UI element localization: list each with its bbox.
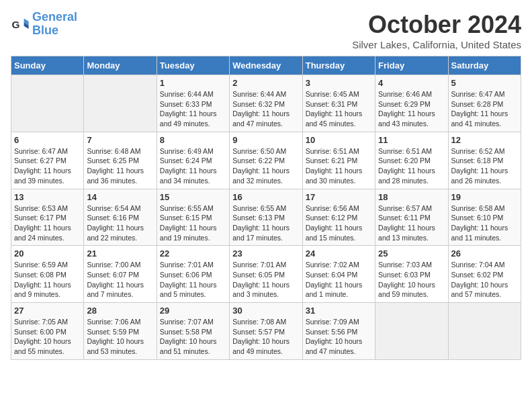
day-info: Sunrise: 7:04 AM Sunset: 6:02 PM Dayligh… bbox=[451, 260, 518, 300]
day-info: Sunrise: 6:56 AM Sunset: 6:12 PM Dayligh… bbox=[306, 203, 372, 243]
day-number: 17 bbox=[306, 192, 372, 202]
day-info: Sunrise: 6:57 AM Sunset: 6:11 PM Dayligh… bbox=[378, 203, 445, 243]
day-number: 28 bbox=[87, 306, 153, 316]
calendar-cell: 9Sunrise: 6:50 AM Sunset: 6:22 PM Daylig… bbox=[230, 132, 302, 189]
calendar-cell: 10Sunrise: 6:51 AM Sunset: 6:21 PM Dayli… bbox=[302, 132, 375, 189]
day-number: 22 bbox=[160, 248, 226, 259]
calendar-cell: 24Sunrise: 7:02 AM Sunset: 6:04 PM Dayli… bbox=[302, 246, 375, 303]
calendar-cell: 22Sunrise: 7:01 AM Sunset: 6:06 PM Dayli… bbox=[157, 246, 229, 303]
day-info: Sunrise: 6:55 AM Sunset: 6:15 PM Dayligh… bbox=[160, 203, 226, 243]
day-number: 24 bbox=[306, 248, 372, 259]
calendar-cell: 4Sunrise: 6:46 AM Sunset: 6:29 PM Daylig… bbox=[375, 75, 448, 132]
calendar-cell: 6Sunrise: 6:47 AM Sunset: 6:27 PM Daylig… bbox=[11, 132, 84, 189]
calendar-cell: 14Sunrise: 6:54 AM Sunset: 6:16 PM Dayli… bbox=[84, 189, 157, 246]
calendar-table: SundayMondayTuesdayWednesdayThursdayFrid… bbox=[11, 56, 521, 360]
calendar-cell: 2Sunrise: 6:44 AM Sunset: 6:32 PM Daylig… bbox=[230, 75, 302, 132]
calendar-cell: 8Sunrise: 6:49 AM Sunset: 6:24 PM Daylig… bbox=[157, 132, 229, 189]
day-number: 9 bbox=[232, 135, 299, 145]
day-number: 20 bbox=[14, 248, 81, 259]
day-number: 27 bbox=[14, 306, 81, 316]
day-number: 16 bbox=[232, 192, 299, 202]
logo-icon: G bbox=[11, 15, 30, 34]
calendar-cell: 19Sunrise: 6:58 AM Sunset: 6:10 PM Dayli… bbox=[448, 189, 521, 246]
calendar-cell bbox=[84, 75, 157, 132]
calendar-cell: 13Sunrise: 6:53 AM Sunset: 6:17 PM Dayli… bbox=[11, 189, 84, 246]
header-wednesday: Wednesday bbox=[230, 56, 302, 75]
logo-text: General Blue bbox=[32, 11, 77, 38]
calendar-cell: 15Sunrise: 6:55 AM Sunset: 6:15 PM Dayli… bbox=[157, 189, 229, 246]
calendar-cell: 18Sunrise: 6:57 AM Sunset: 6:11 PM Dayli… bbox=[375, 189, 448, 246]
calendar-cell bbox=[11, 75, 84, 132]
day-info: Sunrise: 6:45 AM Sunset: 6:31 PM Dayligh… bbox=[306, 89, 372, 129]
day-info: Sunrise: 6:44 AM Sunset: 6:33 PM Dayligh… bbox=[160, 89, 226, 129]
day-number: 21 bbox=[87, 248, 153, 259]
day-number: 3 bbox=[306, 78, 372, 88]
day-info: Sunrise: 6:58 AM Sunset: 6:10 PM Dayligh… bbox=[451, 203, 518, 243]
day-number: 1 bbox=[160, 78, 226, 88]
calendar-week-row: 20Sunrise: 6:59 AM Sunset: 6:08 PM Dayli… bbox=[11, 246, 521, 303]
logo-line1: General bbox=[32, 10, 77, 24]
day-info: Sunrise: 6:44 AM Sunset: 6:32 PM Dayligh… bbox=[232, 89, 299, 129]
day-number: 10 bbox=[306, 135, 372, 145]
day-info: Sunrise: 6:52 AM Sunset: 6:18 PM Dayligh… bbox=[451, 146, 518, 186]
day-number: 6 bbox=[14, 135, 81, 145]
svg-text:G: G bbox=[11, 18, 19, 30]
day-number: 18 bbox=[378, 192, 445, 202]
day-info: Sunrise: 6:51 AM Sunset: 6:20 PM Dayligh… bbox=[378, 146, 445, 186]
day-number: 2 bbox=[232, 78, 299, 88]
day-number: 19 bbox=[451, 192, 518, 202]
day-number: 23 bbox=[232, 248, 299, 259]
day-number: 13 bbox=[14, 192, 81, 202]
location: Silver Lakes, California, United States bbox=[352, 39, 521, 50]
day-info: Sunrise: 7:00 AM Sunset: 6:07 PM Dayligh… bbox=[87, 260, 153, 300]
calendar-cell: 29Sunrise: 7:07 AM Sunset: 5:58 PM Dayli… bbox=[157, 303, 229, 360]
day-info: Sunrise: 6:50 AM Sunset: 6:22 PM Dayligh… bbox=[232, 146, 299, 186]
header-sunday: Sunday bbox=[11, 56, 84, 75]
day-number: 30 bbox=[232, 306, 299, 316]
day-number: 5 bbox=[451, 78, 518, 88]
calendar-cell: 1Sunrise: 6:44 AM Sunset: 6:33 PM Daylig… bbox=[157, 75, 229, 132]
day-info: Sunrise: 7:08 AM Sunset: 5:57 PM Dayligh… bbox=[232, 317, 299, 357]
page-header: G General Blue October 2024 Silver Lakes… bbox=[11, 11, 521, 50]
calendar-week-row: 27Sunrise: 7:05 AM Sunset: 6:00 PM Dayli… bbox=[11, 303, 521, 360]
day-info: Sunrise: 6:55 AM Sunset: 6:13 PM Dayligh… bbox=[232, 203, 299, 243]
day-number: 15 bbox=[160, 192, 226, 202]
calendar-cell: 21Sunrise: 7:00 AM Sunset: 6:07 PM Dayli… bbox=[84, 246, 157, 303]
day-info: Sunrise: 6:48 AM Sunset: 6:25 PM Dayligh… bbox=[87, 146, 153, 186]
header-friday: Friday bbox=[375, 56, 448, 75]
calendar-cell: 5Sunrise: 6:47 AM Sunset: 6:28 PM Daylig… bbox=[448, 75, 521, 132]
month-title: October 2024 bbox=[352, 11, 521, 39]
day-number: 11 bbox=[378, 135, 445, 145]
day-info: Sunrise: 6:47 AM Sunset: 6:27 PM Dayligh… bbox=[14, 146, 81, 186]
calendar-cell: 12Sunrise: 6:52 AM Sunset: 6:18 PM Dayli… bbox=[448, 132, 521, 189]
calendar-week-row: 13Sunrise: 6:53 AM Sunset: 6:17 PM Dayli… bbox=[11, 189, 521, 246]
day-info: Sunrise: 7:07 AM Sunset: 5:58 PM Dayligh… bbox=[160, 317, 226, 357]
day-number: 12 bbox=[451, 135, 518, 145]
calendar-cell: 16Sunrise: 6:55 AM Sunset: 6:13 PM Dayli… bbox=[230, 189, 302, 246]
day-info: Sunrise: 7:05 AM Sunset: 6:00 PM Dayligh… bbox=[14, 317, 81, 357]
header-monday: Monday bbox=[84, 56, 157, 75]
calendar-cell: 23Sunrise: 7:01 AM Sunset: 6:05 PM Dayli… bbox=[230, 246, 302, 303]
day-number: 26 bbox=[451, 248, 518, 259]
day-info: Sunrise: 6:47 AM Sunset: 6:28 PM Dayligh… bbox=[451, 89, 518, 129]
calendar-cell: 7Sunrise: 6:48 AM Sunset: 6:25 PM Daylig… bbox=[84, 132, 157, 189]
calendar-cell bbox=[375, 303, 448, 360]
calendar-cell: 31Sunrise: 7:09 AM Sunset: 5:56 PM Dayli… bbox=[302, 303, 375, 360]
day-info: Sunrise: 6:54 AM Sunset: 6:16 PM Dayligh… bbox=[87, 203, 153, 243]
day-number: 31 bbox=[306, 306, 372, 316]
logo-line2: Blue bbox=[32, 24, 58, 37]
day-number: 7 bbox=[87, 135, 153, 145]
calendar-cell: 30Sunrise: 7:08 AM Sunset: 5:57 PM Dayli… bbox=[230, 303, 302, 360]
calendar-header-row: SundayMondayTuesdayWednesdayThursdayFrid… bbox=[11, 56, 521, 75]
day-info: Sunrise: 7:02 AM Sunset: 6:04 PM Dayligh… bbox=[306, 260, 372, 300]
calendar-cell: 17Sunrise: 6:56 AM Sunset: 6:12 PM Dayli… bbox=[302, 189, 375, 246]
day-number: 14 bbox=[87, 192, 153, 202]
day-info: Sunrise: 7:06 AM Sunset: 5:59 PM Dayligh… bbox=[87, 317, 153, 357]
day-info: Sunrise: 6:59 AM Sunset: 6:08 PM Dayligh… bbox=[14, 260, 81, 300]
calendar-cell: 3Sunrise: 6:45 AM Sunset: 6:31 PM Daylig… bbox=[302, 75, 375, 132]
calendar-cell bbox=[448, 303, 521, 360]
header-thursday: Thursday bbox=[302, 56, 375, 75]
day-number: 25 bbox=[378, 248, 445, 259]
day-info: Sunrise: 6:53 AM Sunset: 6:17 PM Dayligh… bbox=[14, 203, 81, 243]
calendar-cell: 27Sunrise: 7:05 AM Sunset: 6:00 PM Dayli… bbox=[11, 303, 84, 360]
